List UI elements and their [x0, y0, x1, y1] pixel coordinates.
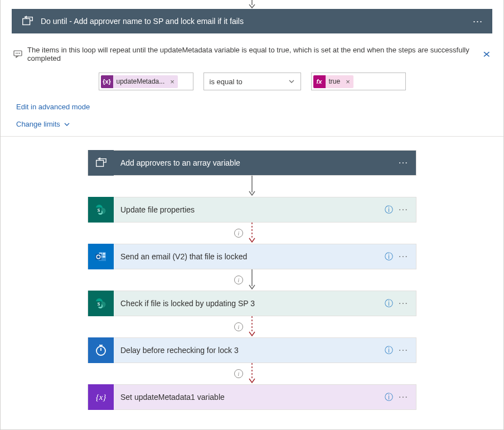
- comment-text: The items in this loop will repeat until…: [24, 46, 481, 62]
- condition-left-input[interactable]: {x} updateMetada... ×: [99, 73, 193, 90]
- svg-rect-17: [103, 255, 105, 258]
- connector-info-icon[interactable]: i: [234, 322, 243, 331]
- connector-error-arrow: i: [248, 363, 256, 384]
- action-title: Check if file is locked by updating SP 3: [114, 299, 381, 308]
- action-title: Set updateMetadata1 variable: [114, 393, 381, 402]
- action-set-variable[interactable]: {x} Set updateMetadata1 variable ⓘ ···: [88, 384, 416, 410]
- action-title: Update file properties: [114, 205, 381, 214]
- action-send-email[interactable]: Send an email (V2) that file is locked ⓘ…: [88, 244, 416, 269]
- do-until-icon: [18, 12, 36, 30]
- help-icon[interactable]: ⓘ: [381, 392, 396, 403]
- svg-point-2: [16, 53, 17, 54]
- connector-info-icon[interactable]: i: [234, 229, 243, 238]
- action-more-menu[interactable]: ···: [396, 157, 410, 168]
- timer-icon: [88, 337, 114, 363]
- connector-error-arrow: i: [248, 223, 256, 244]
- svg-text:S: S: [98, 208, 100, 213]
- help-icon[interactable]: ⓘ: [381, 298, 396, 309]
- do-until-title: Do until - Add approver name to SP and l…: [36, 17, 470, 26]
- svg-point-4: [19, 53, 20, 54]
- variable-badge-icon: {x}: [101, 75, 113, 88]
- incoming-arrow: [1, 0, 503, 9]
- change-limits-link[interactable]: Change limits: [16, 120, 60, 128]
- comment-icon: [12, 50, 24, 59]
- do-until-header[interactable]: Do until - Add approver name to SP and l…: [12, 9, 492, 33]
- svg-rect-5: [96, 160, 104, 166]
- variable-token-remove-icon[interactable]: ×: [168, 78, 176, 86]
- comment-close-icon[interactable]: ×: [480, 48, 493, 61]
- operator-label: is equal to: [210, 78, 243, 86]
- connector-info-icon[interactable]: i: [234, 369, 243, 378]
- action-more-menu[interactable]: ···: [396, 392, 410, 403]
- edit-advanced-link[interactable]: Edit in advanced mode: [16, 103, 90, 111]
- chevron-down-icon: [64, 121, 70, 128]
- links-area: Edit in advanced mode Change limits: [12, 100, 492, 136]
- flow-designer-canvas: Do until - Add approver name to SP and l…: [0, 0, 504, 430]
- chevron-down-icon: [288, 78, 295, 85]
- svg-text:S: S: [98, 302, 100, 307]
- action-more-menu[interactable]: ···: [396, 204, 410, 215]
- action-add-approvers-array[interactable]: Add approvers to an array variable ···: [88, 150, 416, 176]
- connector-arrow: [248, 176, 256, 197]
- condition-right-input[interactable]: fx true ×: [311, 73, 406, 90]
- help-icon[interactable]: ⓘ: [381, 205, 396, 215]
- loop-icon: [88, 150, 114, 176]
- do-until-more-menu[interactable]: ···: [470, 16, 486, 27]
- expression-token-label: true: [326, 78, 344, 85]
- actions-column: Add approvers to an array variable ··· S…: [12, 137, 492, 410]
- action-more-menu[interactable]: ···: [396, 345, 410, 356]
- action-delay[interactable]: Delay before rechecking for lock 3 ⓘ ···: [88, 337, 416, 363]
- sharepoint-icon: S: [88, 197, 114, 223]
- expression-badge-icon: fx: [313, 75, 326, 88]
- variable-icon: {x}: [88, 384, 114, 410]
- condition-operator-dropdown[interactable]: is equal to: [203, 73, 301, 90]
- variable-token[interactable]: {x} updateMetada... ×: [101, 75, 178, 88]
- action-update-file-properties[interactable]: S Update file properties ⓘ ···: [88, 197, 416, 223]
- do-until-body: The items in this loop will repeat until…: [1, 33, 503, 410]
- outlook-icon: [88, 244, 114, 269]
- action-title: Add approvers to an array variable: [114, 158, 396, 167]
- action-more-menu[interactable]: ···: [396, 298, 410, 309]
- action-check-file-locked[interactable]: S Check if file is locked by updating SP…: [88, 291, 416, 316]
- action-more-menu[interactable]: ···: [396, 251, 410, 262]
- action-title: Send an email (V2) that file is locked: [114, 252, 381, 261]
- connector-info-icon[interactable]: i: [234, 276, 243, 284]
- connector-error-arrow: i: [248, 316, 256, 337]
- expression-token[interactable]: fx true ×: [313, 75, 353, 88]
- sharepoint-icon: S: [88, 291, 114, 316]
- help-icon[interactable]: ⓘ: [381, 345, 396, 356]
- svg-point-3: [17, 53, 18, 54]
- comment-row: The items in this loop will repeat until…: [12, 46, 492, 62]
- svg-rect-15: [103, 253, 105, 255]
- connector-arrow: i: [248, 269, 256, 291]
- variable-token-label: updateMetada...: [113, 78, 168, 85]
- action-title: Delay before rechecking for lock 3: [114, 346, 381, 355]
- help-icon[interactable]: ⓘ: [381, 252, 396, 262]
- condition-row: {x} updateMetada... × is equal to fx tru…: [12, 73, 492, 90]
- expression-token-remove-icon[interactable]: ×: [343, 78, 351, 86]
- svg-rect-0: [23, 18, 30, 25]
- svg-text:{x}: {x}: [96, 393, 106, 402]
